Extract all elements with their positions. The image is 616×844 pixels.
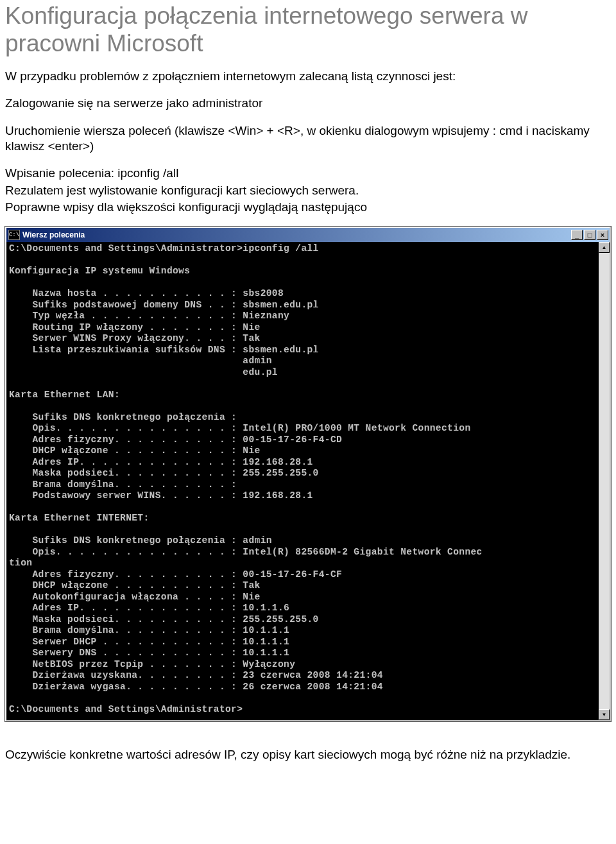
page-title: Konfiguracja połączenia internetowego se…	[5, 3, 611, 57]
step-3-line1: Wpisanie polecenia: ipconfig /all	[5, 166, 611, 181]
scroll-up-button[interactable]: ▲	[599, 242, 610, 253]
scrollbar-track[interactable]	[599, 253, 610, 709]
step-3-line3: Poprawne wpisy dla większości konfigurac…	[5, 200, 611, 215]
command-prompt-window: C:\ Wiersz polecenia _ □ × C:\Documents …	[5, 227, 611, 721]
maximize-button[interactable]: □	[584, 230, 595, 240]
window-title: Wiersz polecenia	[22, 230, 569, 239]
step-1: Zalogowanie się na serwerze jako adminis…	[5, 96, 611, 111]
close-button[interactable]: ×	[597, 230, 608, 240]
scroll-down-button[interactable]: ▼	[599, 709, 610, 720]
vertical-scrollbar[interactable]: ▲ ▼	[599, 242, 610, 720]
step-2: Uruchomienie wiersza poleceń (klawisze <…	[5, 123, 611, 155]
minimize-button[interactable]: _	[571, 230, 583, 240]
step-3-line2: Rezulatem jest wylistowanie konfiguracji…	[5, 183, 611, 198]
footer-paragraph: Oczywiście konkretne wartości adresów IP…	[5, 747, 611, 762]
cmd-icon-text: C:\	[9, 232, 19, 238]
intro-paragraph: W przypadku problemów z zpołączniem inte…	[5, 69, 611, 84]
console-output[interactable]: C:\Documents and Settings\Administrator>…	[6, 242, 599, 720]
titlebar[interactable]: C:\ Wiersz polecenia _ □ ×	[6, 228, 610, 242]
cmd-icon: C:\	[8, 230, 20, 240]
